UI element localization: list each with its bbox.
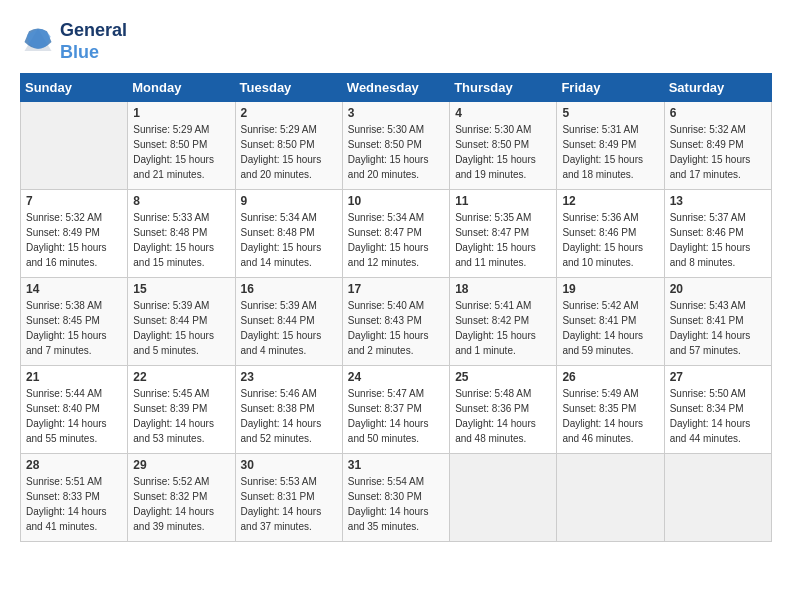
day-number: 3: [348, 106, 444, 120]
day-number: 8: [133, 194, 229, 208]
calendar-cell: 22Sunrise: 5:45 AM Sunset: 8:39 PM Dayli…: [128, 366, 235, 454]
day-number: 27: [670, 370, 766, 384]
calendar-cell: 9Sunrise: 5:34 AM Sunset: 8:48 PM Daylig…: [235, 190, 342, 278]
calendar-cell: 15Sunrise: 5:39 AM Sunset: 8:44 PM Dayli…: [128, 278, 235, 366]
day-info: Sunrise: 5:54 AM Sunset: 8:30 PM Dayligh…: [348, 474, 444, 534]
day-number: 4: [455, 106, 551, 120]
day-info: Sunrise: 5:29 AM Sunset: 8:50 PM Dayligh…: [241, 122, 337, 182]
day-info: Sunrise: 5:32 AM Sunset: 8:49 PM Dayligh…: [26, 210, 122, 270]
day-number: 19: [562, 282, 658, 296]
calendar-cell: [664, 454, 771, 542]
calendar-cell: 21Sunrise: 5:44 AM Sunset: 8:40 PM Dayli…: [21, 366, 128, 454]
calendar-cell: 2Sunrise: 5:29 AM Sunset: 8:50 PM Daylig…: [235, 102, 342, 190]
weekday-header: Monday: [128, 74, 235, 102]
day-info: Sunrise: 5:30 AM Sunset: 8:50 PM Dayligh…: [455, 122, 551, 182]
day-info: Sunrise: 5:47 AM Sunset: 8:37 PM Dayligh…: [348, 386, 444, 446]
day-number: 31: [348, 458, 444, 472]
calendar-cell: 5Sunrise: 5:31 AM Sunset: 8:49 PM Daylig…: [557, 102, 664, 190]
day-number: 14: [26, 282, 122, 296]
calendar-cell: 19Sunrise: 5:42 AM Sunset: 8:41 PM Dayli…: [557, 278, 664, 366]
day-number: 26: [562, 370, 658, 384]
day-info: Sunrise: 5:40 AM Sunset: 8:43 PM Dayligh…: [348, 298, 444, 358]
calendar-cell: 28Sunrise: 5:51 AM Sunset: 8:33 PM Dayli…: [21, 454, 128, 542]
calendar-cell: 10Sunrise: 5:34 AM Sunset: 8:47 PM Dayli…: [342, 190, 449, 278]
day-info: Sunrise: 5:49 AM Sunset: 8:35 PM Dayligh…: [562, 386, 658, 446]
day-info: Sunrise: 5:43 AM Sunset: 8:41 PM Dayligh…: [670, 298, 766, 358]
calendar-cell: 29Sunrise: 5:52 AM Sunset: 8:32 PM Dayli…: [128, 454, 235, 542]
weekday-header: Tuesday: [235, 74, 342, 102]
day-number: 11: [455, 194, 551, 208]
calendar-cell: 3Sunrise: 5:30 AM Sunset: 8:50 PM Daylig…: [342, 102, 449, 190]
weekday-header: Thursday: [450, 74, 557, 102]
day-number: 2: [241, 106, 337, 120]
day-number: 5: [562, 106, 658, 120]
calendar-cell: 23Sunrise: 5:46 AM Sunset: 8:38 PM Dayli…: [235, 366, 342, 454]
calendar-cell: 13Sunrise: 5:37 AM Sunset: 8:46 PM Dayli…: [664, 190, 771, 278]
day-number: 24: [348, 370, 444, 384]
day-number: 10: [348, 194, 444, 208]
day-number: 29: [133, 458, 229, 472]
day-info: Sunrise: 5:50 AM Sunset: 8:34 PM Dayligh…: [670, 386, 766, 446]
calendar-cell: 1Sunrise: 5:29 AM Sunset: 8:50 PM Daylig…: [128, 102, 235, 190]
logo: General Blue: [20, 20, 127, 63]
day-number: 25: [455, 370, 551, 384]
calendar-cell: 17Sunrise: 5:40 AM Sunset: 8:43 PM Dayli…: [342, 278, 449, 366]
day-number: 21: [26, 370, 122, 384]
day-info: Sunrise: 5:33 AM Sunset: 8:48 PM Dayligh…: [133, 210, 229, 270]
weekday-header: Saturday: [664, 74, 771, 102]
day-info: Sunrise: 5:31 AM Sunset: 8:49 PM Dayligh…: [562, 122, 658, 182]
day-number: 23: [241, 370, 337, 384]
day-number: 7: [26, 194, 122, 208]
calendar-week-row: 7Sunrise: 5:32 AM Sunset: 8:49 PM Daylig…: [21, 190, 772, 278]
day-number: 22: [133, 370, 229, 384]
calendar-cell: [450, 454, 557, 542]
calendar-cell: 7Sunrise: 5:32 AM Sunset: 8:49 PM Daylig…: [21, 190, 128, 278]
day-number: 28: [26, 458, 122, 472]
day-info: Sunrise: 5:52 AM Sunset: 8:32 PM Dayligh…: [133, 474, 229, 534]
day-info: Sunrise: 5:44 AM Sunset: 8:40 PM Dayligh…: [26, 386, 122, 446]
day-info: Sunrise: 5:48 AM Sunset: 8:36 PM Dayligh…: [455, 386, 551, 446]
calendar-cell: 18Sunrise: 5:41 AM Sunset: 8:42 PM Dayli…: [450, 278, 557, 366]
day-number: 12: [562, 194, 658, 208]
calendar-cell: 4Sunrise: 5:30 AM Sunset: 8:50 PM Daylig…: [450, 102, 557, 190]
day-number: 20: [670, 282, 766, 296]
calendar-cell: 8Sunrise: 5:33 AM Sunset: 8:48 PM Daylig…: [128, 190, 235, 278]
calendar-cell: 25Sunrise: 5:48 AM Sunset: 8:36 PM Dayli…: [450, 366, 557, 454]
day-info: Sunrise: 5:45 AM Sunset: 8:39 PM Dayligh…: [133, 386, 229, 446]
day-info: Sunrise: 5:39 AM Sunset: 8:44 PM Dayligh…: [133, 298, 229, 358]
day-info: Sunrise: 5:32 AM Sunset: 8:49 PM Dayligh…: [670, 122, 766, 182]
day-number: 1: [133, 106, 229, 120]
calendar-cell: 24Sunrise: 5:47 AM Sunset: 8:37 PM Dayli…: [342, 366, 449, 454]
page-header: General Blue: [20, 20, 772, 63]
day-info: Sunrise: 5:34 AM Sunset: 8:47 PM Dayligh…: [348, 210, 444, 270]
logo-icon: [20, 24, 56, 60]
weekday-header: Friday: [557, 74, 664, 102]
day-info: Sunrise: 5:51 AM Sunset: 8:33 PM Dayligh…: [26, 474, 122, 534]
day-info: Sunrise: 5:39 AM Sunset: 8:44 PM Dayligh…: [241, 298, 337, 358]
day-number: 15: [133, 282, 229, 296]
calendar-cell: 16Sunrise: 5:39 AM Sunset: 8:44 PM Dayli…: [235, 278, 342, 366]
day-info: Sunrise: 5:34 AM Sunset: 8:48 PM Dayligh…: [241, 210, 337, 270]
calendar-cell: 11Sunrise: 5:35 AM Sunset: 8:47 PM Dayli…: [450, 190, 557, 278]
calendar-cell: 26Sunrise: 5:49 AM Sunset: 8:35 PM Dayli…: [557, 366, 664, 454]
day-info: Sunrise: 5:46 AM Sunset: 8:38 PM Dayligh…: [241, 386, 337, 446]
day-number: 17: [348, 282, 444, 296]
calendar-cell: 27Sunrise: 5:50 AM Sunset: 8:34 PM Dayli…: [664, 366, 771, 454]
day-info: Sunrise: 5:41 AM Sunset: 8:42 PM Dayligh…: [455, 298, 551, 358]
day-info: Sunrise: 5:29 AM Sunset: 8:50 PM Dayligh…: [133, 122, 229, 182]
calendar-week-row: 21Sunrise: 5:44 AM Sunset: 8:40 PM Dayli…: [21, 366, 772, 454]
calendar-cell: 6Sunrise: 5:32 AM Sunset: 8:49 PM Daylig…: [664, 102, 771, 190]
calendar-week-row: 14Sunrise: 5:38 AM Sunset: 8:45 PM Dayli…: [21, 278, 772, 366]
weekday-header: Sunday: [21, 74, 128, 102]
calendar-week-row: 28Sunrise: 5:51 AM Sunset: 8:33 PM Dayli…: [21, 454, 772, 542]
day-number: 13: [670, 194, 766, 208]
day-number: 16: [241, 282, 337, 296]
calendar-cell: 14Sunrise: 5:38 AM Sunset: 8:45 PM Dayli…: [21, 278, 128, 366]
calendar-cell: [557, 454, 664, 542]
day-number: 30: [241, 458, 337, 472]
day-info: Sunrise: 5:35 AM Sunset: 8:47 PM Dayligh…: [455, 210, 551, 270]
day-info: Sunrise: 5:37 AM Sunset: 8:46 PM Dayligh…: [670, 210, 766, 270]
day-number: 18: [455, 282, 551, 296]
day-info: Sunrise: 5:38 AM Sunset: 8:45 PM Dayligh…: [26, 298, 122, 358]
day-info: Sunrise: 5:30 AM Sunset: 8:50 PM Dayligh…: [348, 122, 444, 182]
